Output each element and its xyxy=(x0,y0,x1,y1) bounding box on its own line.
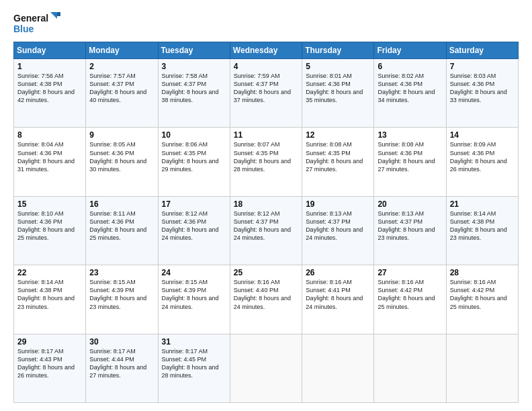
cell-info: Sunrise: 7:58 AMSunset: 4:37 PMDaylight:… xyxy=(162,73,219,103)
day-cell-10: 10Sunrise: 8:06 AMSunset: 4:35 PMDayligh… xyxy=(158,128,230,196)
cell-info: Sunrise: 8:05 AMSunset: 4:36 PMDaylight:… xyxy=(89,141,146,172)
cell-info: Sunrise: 8:16 AMSunset: 4:40 PMDaylight:… xyxy=(234,279,291,310)
day-number: 23 xyxy=(89,268,154,277)
day-cell-28: 28Sunrise: 8:16 AMSunset: 4:42 PMDayligh… xyxy=(446,265,518,334)
header: General Blue xyxy=(13,11,519,36)
day-number: 30 xyxy=(89,337,154,347)
day-cell-19: 19Sunrise: 8:13 AMSunset: 4:37 PMDayligh… xyxy=(302,196,374,265)
day-cell-3: 3Sunrise: 7:58 AMSunset: 4:37 PMDaylight… xyxy=(158,59,230,128)
cell-info: Sunrise: 8:09 AMSunset: 4:36 PMDaylight:… xyxy=(450,141,507,172)
day-number: 14 xyxy=(450,130,515,140)
day-cell-21: 21Sunrise: 8:14 AMSunset: 4:38 PMDayligh… xyxy=(446,196,518,265)
col-header-monday: Monday xyxy=(86,42,158,59)
cell-info: Sunrise: 8:12 AMSunset: 4:36 PMDaylight:… xyxy=(162,210,219,241)
cell-info: Sunrise: 7:59 AMSunset: 4:37 PMDaylight:… xyxy=(234,73,291,103)
day-number: 5 xyxy=(306,62,370,71)
day-number: 20 xyxy=(378,199,442,209)
cell-info: Sunrise: 8:11 AMSunset: 4:36 PMDaylight:… xyxy=(89,210,146,241)
cell-info: Sunrise: 8:08 AMSunset: 4:35 PMDaylight:… xyxy=(306,141,363,172)
day-number: 27 xyxy=(378,268,442,277)
day-cell-6: 6Sunrise: 8:02 AMSunset: 4:36 PMDaylight… xyxy=(374,59,446,128)
cell-info: Sunrise: 7:57 AMSunset: 4:37 PMDaylight:… xyxy=(89,73,146,103)
day-cell-5: 5Sunrise: 8:01 AMSunset: 4:36 PMDaylight… xyxy=(302,59,374,128)
cell-info: Sunrise: 8:14 AMSunset: 4:38 PMDaylight:… xyxy=(450,210,507,241)
day-cell-26: 26Sunrise: 8:16 AMSunset: 4:41 PMDayligh… xyxy=(302,265,374,334)
cell-info: Sunrise: 8:07 AMSunset: 4:35 PMDaylight:… xyxy=(234,141,291,172)
cell-info: Sunrise: 8:17 AMSunset: 4:44 PMDaylight:… xyxy=(89,348,146,379)
col-header-saturday: Saturday xyxy=(446,42,518,59)
day-number: 31 xyxy=(162,337,226,347)
col-header-sunday: Sunday xyxy=(14,42,86,59)
day-number: 24 xyxy=(162,268,226,277)
day-number: 17 xyxy=(162,199,226,209)
day-number: 12 xyxy=(306,130,370,140)
day-cell-7: 7Sunrise: 8:03 AMSunset: 4:36 PMDaylight… xyxy=(446,59,518,128)
day-cell-17: 17Sunrise: 8:12 AMSunset: 4:36 PMDayligh… xyxy=(158,196,230,265)
day-number: 10 xyxy=(162,130,226,140)
svg-marker-3 xyxy=(57,12,60,16)
cell-info: Sunrise: 8:04 AMSunset: 4:36 PMDaylight:… xyxy=(17,141,75,172)
cell-info: Sunrise: 8:14 AMSunset: 4:38 PMDaylight:… xyxy=(17,279,75,310)
svg-text:Blue: Blue xyxy=(13,24,34,34)
day-number: 4 xyxy=(234,62,298,71)
day-cell-27: 27Sunrise: 8:16 AMSunset: 4:42 PMDayligh… xyxy=(374,265,446,334)
day-number: 3 xyxy=(162,62,226,71)
day-number: 18 xyxy=(234,199,298,209)
cell-info: Sunrise: 8:17 AMSunset: 4:45 PMDaylight:… xyxy=(162,348,219,379)
svg-text:General: General xyxy=(13,13,48,24)
col-header-friday: Friday xyxy=(374,42,446,59)
empty-cell xyxy=(446,334,518,402)
day-number: 25 xyxy=(234,268,298,277)
day-number: 6 xyxy=(378,62,442,71)
cell-info: Sunrise: 8:02 AMSunset: 4:36 PMDaylight:… xyxy=(378,73,435,103)
day-number: 11 xyxy=(234,130,298,140)
day-cell-24: 24Sunrise: 8:15 AMSunset: 4:39 PMDayligh… xyxy=(158,265,230,334)
day-number: 28 xyxy=(450,268,515,277)
day-number: 1 xyxy=(17,62,82,71)
cell-info: Sunrise: 8:16 AMSunset: 4:42 PMDaylight:… xyxy=(450,279,507,310)
day-cell-23: 23Sunrise: 8:15 AMSunset: 4:39 PMDayligh… xyxy=(86,265,158,334)
day-number: 9 xyxy=(89,130,154,140)
day-cell-13: 13Sunrise: 8:08 AMSunset: 4:36 PMDayligh… xyxy=(374,128,446,196)
logo: General Blue xyxy=(13,11,60,36)
col-header-wednesday: Wednesday xyxy=(230,42,302,59)
cell-info: Sunrise: 8:16 AMSunset: 4:41 PMDaylight:… xyxy=(306,279,363,310)
cell-info: Sunrise: 8:06 AMSunset: 4:35 PMDaylight:… xyxy=(162,141,219,172)
empty-cell xyxy=(302,334,374,402)
cell-info: Sunrise: 8:16 AMSunset: 4:42 PMDaylight:… xyxy=(378,279,435,310)
day-number: 15 xyxy=(17,199,82,209)
day-number: 29 xyxy=(17,337,82,347)
calendar: SundayMondayTuesdayWednesdayThursdayFrid… xyxy=(13,42,519,403)
day-cell-2: 2Sunrise: 7:57 AMSunset: 4:37 PMDaylight… xyxy=(86,59,158,128)
col-header-tuesday: Tuesday xyxy=(158,42,230,59)
cell-info: Sunrise: 8:15 AMSunset: 4:39 PMDaylight:… xyxy=(89,279,146,310)
day-number: 26 xyxy=(306,268,370,277)
cell-info: Sunrise: 8:08 AMSunset: 4:36 PMDaylight:… xyxy=(378,141,435,172)
day-cell-12: 12Sunrise: 8:08 AMSunset: 4:35 PMDayligh… xyxy=(302,128,374,196)
page: General Blue SundayMondayTuesdayWednesda… xyxy=(0,0,532,411)
day-number: 19 xyxy=(306,199,370,209)
day-cell-20: 20Sunrise: 8:13 AMSunset: 4:37 PMDayligh… xyxy=(374,196,446,265)
cell-info: Sunrise: 8:13 AMSunset: 4:37 PMDaylight:… xyxy=(306,210,363,241)
cell-info: Sunrise: 8:15 AMSunset: 4:39 PMDaylight:… xyxy=(162,279,219,310)
day-number: 16 xyxy=(89,199,154,209)
day-cell-15: 15Sunrise: 8:10 AMSunset: 4:36 PMDayligh… xyxy=(14,196,86,265)
day-number: 22 xyxy=(17,268,82,277)
day-cell-11: 11Sunrise: 8:07 AMSunset: 4:35 PMDayligh… xyxy=(230,128,302,196)
day-cell-30: 30Sunrise: 8:17 AMSunset: 4:44 PMDayligh… xyxy=(86,334,158,402)
cell-info: Sunrise: 7:56 AMSunset: 4:38 PMDaylight:… xyxy=(17,73,75,103)
day-cell-25: 25Sunrise: 8:16 AMSunset: 4:40 PMDayligh… xyxy=(230,265,302,334)
day-cell-18: 18Sunrise: 8:12 AMSunset: 4:37 PMDayligh… xyxy=(230,196,302,265)
cell-info: Sunrise: 8:12 AMSunset: 4:37 PMDaylight:… xyxy=(234,210,291,241)
day-cell-16: 16Sunrise: 8:11 AMSunset: 4:36 PMDayligh… xyxy=(86,196,158,265)
day-number: 2 xyxy=(89,62,154,71)
cell-info: Sunrise: 8:13 AMSunset: 4:37 PMDaylight:… xyxy=(378,210,435,241)
day-cell-31: 31Sunrise: 8:17 AMSunset: 4:45 PMDayligh… xyxy=(158,334,230,402)
empty-cell xyxy=(230,334,302,402)
svg-marker-2 xyxy=(50,12,57,19)
cell-info: Sunrise: 8:01 AMSunset: 4:36 PMDaylight:… xyxy=(306,73,363,103)
day-number: 8 xyxy=(17,130,82,140)
cell-info: Sunrise: 8:03 AMSunset: 4:36 PMDaylight:… xyxy=(450,73,507,103)
day-cell-29: 29Sunrise: 8:17 AMSunset: 4:43 PMDayligh… xyxy=(14,334,86,402)
empty-cell xyxy=(374,334,446,402)
